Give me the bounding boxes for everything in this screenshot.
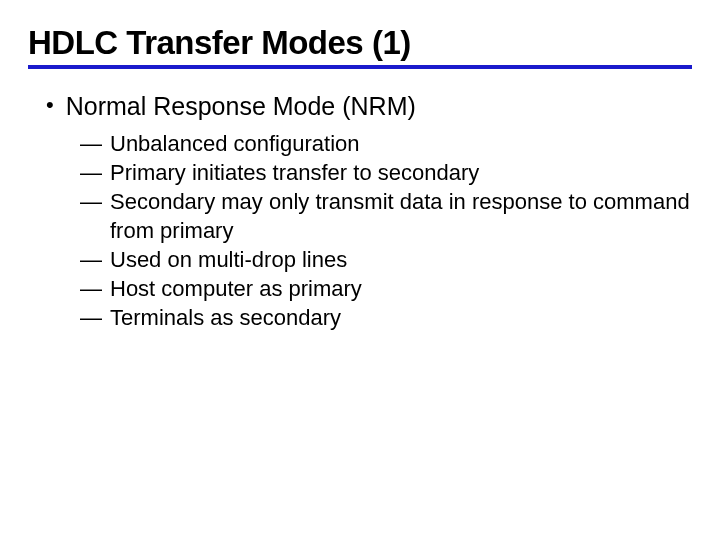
dash-icon: —	[80, 303, 110, 332]
bullet-item: • Normal Response Mode (NRM)	[46, 91, 692, 121]
bullet-text: Normal Response Mode (NRM)	[66, 91, 416, 121]
sub-item: —Terminals as secondary	[80, 303, 692, 332]
dash-icon: —	[80, 129, 110, 158]
sub-item: —Primary initiates transfer to secondary	[80, 158, 692, 187]
sub-text: Unbalanced configuration	[110, 131, 360, 156]
sub-text: Terminals as secondary	[110, 305, 341, 330]
dash-icon: —	[80, 187, 110, 216]
slide-title: HDLC Transfer Modes (1)	[28, 24, 692, 69]
dash-icon: —	[80, 245, 110, 274]
sub-text: Used on multi-drop lines	[110, 247, 347, 272]
sub-text: Host computer as primary	[110, 276, 362, 301]
sub-text: Primary initiates transfer to secondary	[110, 160, 479, 185]
sub-list: —Unbalanced configuration —Primary initi…	[80, 129, 692, 332]
sub-item: —Unbalanced configuration	[80, 129, 692, 158]
sub-item: —Host computer as primary	[80, 274, 692, 303]
dash-icon: —	[80, 274, 110, 303]
sub-item: —Secondary may only transmit data in res…	[80, 187, 692, 245]
bullet-icon: •	[46, 91, 54, 119]
sub-item: —Used on multi-drop lines	[80, 245, 692, 274]
dash-icon: —	[80, 158, 110, 187]
sub-text: Secondary may only transmit data in resp…	[110, 189, 690, 243]
